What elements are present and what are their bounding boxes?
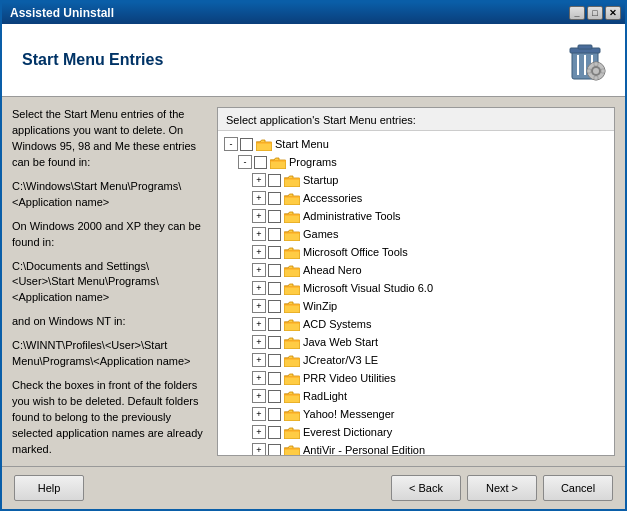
svg-rect-32: [284, 304, 300, 306]
tree-checkbox[interactable]: [268, 318, 281, 331]
tree-expander[interactable]: +: [252, 407, 266, 421]
tree-expander[interactable]: +: [252, 281, 266, 295]
right-panel: Select application's Start Menu entries:…: [217, 107, 615, 456]
page-title: Start Menu Entries: [22, 51, 163, 69]
tree-item-label: Programs: [289, 156, 337, 168]
tree-item[interactable]: + Administrative Tools: [220, 207, 612, 225]
tree-item[interactable]: + PRR Video Utilities: [220, 369, 612, 387]
tree-label: Select application's Start Menu entries:: [218, 108, 614, 131]
svg-rect-14: [256, 142, 272, 144]
tree-checkbox[interactable]: [268, 228, 281, 241]
tree-checkbox[interactable]: [254, 156, 267, 169]
tree-checkbox[interactable]: [268, 444, 281, 456]
tree-checkbox[interactable]: [268, 300, 281, 313]
minimize-button[interactable]: _: [569, 6, 585, 20]
tree-item-label: WinZip: [303, 300, 337, 312]
folder-icon: [284, 336, 300, 349]
tree-checkbox[interactable]: [268, 408, 281, 421]
title-bar-buttons: _ □ ✕: [569, 6, 621, 20]
tree-checkbox[interactable]: [268, 354, 281, 367]
svg-rect-18: [284, 178, 300, 180]
tree-expander[interactable]: +: [252, 245, 266, 259]
tree-expander[interactable]: +: [252, 443, 266, 455]
tree-item-label: Start Menu: [275, 138, 329, 150]
tree-expander[interactable]: +: [252, 335, 266, 349]
tree-expander[interactable]: +: [252, 389, 266, 403]
title-bar: Assisted Uninstall _ □ ✕: [2, 2, 625, 24]
folder-icon: [284, 318, 300, 331]
title-bar-text: Assisted Uninstall: [10, 6, 114, 20]
tree-item[interactable]: - Start Menu: [220, 135, 612, 153]
tree-expander[interactable]: +: [252, 227, 266, 241]
back-button[interactable]: < Back: [391, 475, 461, 501]
maximize-button[interactable]: □: [587, 6, 603, 20]
svg-rect-46: [284, 430, 300, 432]
tree-checkbox[interactable]: [268, 210, 281, 223]
tree-item[interactable]: + ACD Systems: [220, 315, 612, 333]
tree-expander[interactable]: +: [252, 263, 266, 277]
tree-item[interactable]: + Accessories: [220, 189, 612, 207]
tree-item-label: Everest Dictionary: [303, 426, 392, 438]
tree-expander[interactable]: +: [252, 317, 266, 331]
tree-item[interactable]: + RadLight: [220, 387, 612, 405]
cancel-button[interactable]: Cancel: [543, 475, 613, 501]
folder-icon: [284, 426, 300, 439]
tree-expander[interactable]: +: [252, 353, 266, 367]
path1: C:\Windows\Start Menu\Programs\<Applicat…: [12, 179, 207, 211]
next-button[interactable]: Next >: [467, 475, 537, 501]
tree-item[interactable]: + Ahead Nero: [220, 261, 612, 279]
tree-item[interactable]: + Microsoft Visual Studio 6.0: [220, 279, 612, 297]
tree-expander[interactable]: +: [252, 371, 266, 385]
tree-expander[interactable]: +: [252, 425, 266, 439]
tree-checkbox[interactable]: [268, 372, 281, 385]
tree-container[interactable]: - Start Menu- Programs+ Startup+ Accesso…: [218, 131, 614, 455]
tree-checkbox[interactable]: [268, 192, 281, 205]
description-para2: On Windows 2000 and XP they can be found…: [12, 219, 207, 251]
tree-expander[interactable]: +: [252, 299, 266, 313]
tree-checkbox[interactable]: [268, 390, 281, 403]
tree-checkbox[interactable]: [268, 246, 281, 259]
svg-rect-40: [284, 376, 300, 378]
uninstall-icon: [564, 39, 606, 81]
svg-rect-2: [578, 45, 592, 49]
tree-checkbox[interactable]: [268, 264, 281, 277]
tree-item[interactable]: + Everest Dictionary: [220, 423, 612, 441]
svg-rect-26: [284, 250, 300, 252]
tree-item[interactable]: + Games: [220, 225, 612, 243]
svg-rect-24: [284, 232, 300, 234]
tree-item[interactable]: + Startup: [220, 171, 612, 189]
header: Start Menu Entries: [2, 24, 625, 97]
help-button[interactable]: Help: [14, 475, 84, 501]
description-para4: Check the boxes in front of the folders …: [12, 378, 207, 458]
svg-rect-12: [601, 69, 605, 73]
folder-icon: [284, 408, 300, 421]
tree-item[interactable]: + JCreator/V3 LE: [220, 351, 612, 369]
close-button[interactable]: ✕: [605, 6, 621, 20]
folder-icon: [284, 228, 300, 241]
tree-checkbox[interactable]: [268, 282, 281, 295]
tree-expander[interactable]: -: [224, 137, 238, 151]
tree-checkbox[interactable]: [268, 426, 281, 439]
svg-rect-20: [284, 196, 300, 198]
tree-item[interactable]: + Java Web Start: [220, 333, 612, 351]
svg-rect-9: [594, 62, 598, 66]
tree-item[interactable]: - Programs: [220, 153, 612, 171]
tree-item[interactable]: + Microsoft Office Tools: [220, 243, 612, 261]
folder-icon: [284, 210, 300, 223]
tree-expander[interactable]: +: [252, 191, 266, 205]
tree-item-label: PRR Video Utilities: [303, 372, 396, 384]
tree-checkbox[interactable]: [268, 174, 281, 187]
tree-expander[interactable]: -: [238, 155, 252, 169]
description-para1: Select the Start Menu entries of the app…: [12, 107, 207, 171]
tree-item[interactable]: + WinZip: [220, 297, 612, 315]
tree-item[interactable]: + Yahoo! Messenger: [220, 405, 612, 423]
tree-item[interactable]: + AntiVir - Personal Edition: [220, 441, 612, 455]
tree-item-label: Microsoft Office Tools: [303, 246, 408, 258]
tree-checkbox[interactable]: [240, 138, 253, 151]
tree-expander[interactable]: +: [252, 209, 266, 223]
footer-right-buttons: < Back Next > Cancel: [391, 475, 613, 501]
folder-icon: [284, 444, 300, 456]
tree-item-label: Ahead Nero: [303, 264, 362, 276]
tree-checkbox[interactable]: [268, 336, 281, 349]
tree-expander[interactable]: +: [252, 173, 266, 187]
